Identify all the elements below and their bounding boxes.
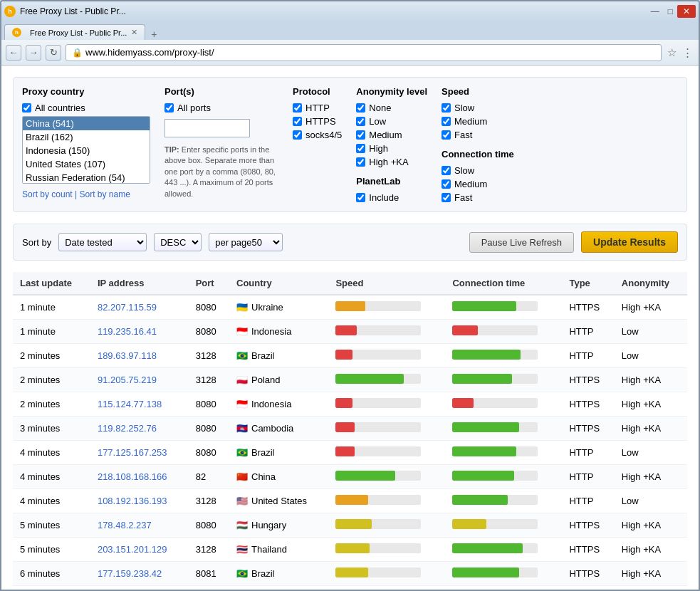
col-speed: Speed (328, 272, 445, 295)
cell-port: 8080 (189, 513, 229, 538)
cell-speed (328, 441, 445, 465)
speed-bar-container (335, 325, 421, 335)
socks-checkbox[interactable] (293, 130, 302, 140)
page-scroll-area[interactable]: Proxy country All countries China (541) … (1, 66, 699, 591)
speed-fast-checkbox[interactable] (442, 130, 451, 140)
cell-conn-time (445, 392, 562, 417)
cell-port: 8081 (189, 562, 229, 586)
conn-bar-container (452, 422, 538, 432)
cell-country: 🇹🇭Thailand (229, 538, 328, 562)
cell-last-update: 3 minutes (13, 417, 90, 441)
conn-slow: Slow (442, 165, 514, 176)
speed-bar-fill (335, 398, 352, 408)
ip-link[interactable]: 178.48.2.237 (98, 520, 152, 530)
protocol-socks: socks4/5 (293, 130, 342, 140)
conn-time-title: Connection time (442, 149, 514, 159)
conn-fast-checkbox[interactable] (442, 193, 451, 202)
ip-link[interactable]: 108.192.136.193 (98, 496, 167, 506)
maximize-btn[interactable]: □ (664, 5, 677, 18)
all-countries-checkbox[interactable] (22, 103, 31, 113)
speed-bar-fill (335, 543, 370, 553)
menu-icon[interactable]: ⋮ (681, 45, 694, 61)
pause-refresh-button[interactable]: Pause Live Refresh (469, 232, 574, 253)
new-tab-btn[interactable]: + (148, 28, 160, 40)
anon-highka-checkbox[interactable] (356, 157, 365, 167)
cell-conn-time (445, 295, 562, 320)
speed-bar-container (335, 471, 421, 481)
ip-link[interactable]: 115.124.77.138 (98, 399, 162, 409)
ip-link[interactable]: 82.207.115.59 (98, 302, 157, 313)
conn-bar-fill (452, 374, 512, 384)
col-port: Port (189, 272, 229, 295)
speed-slow-checkbox[interactable] (442, 103, 451, 113)
per-page-select[interactable]: per page10 per page20 per page50 per pag… (209, 233, 283, 251)
conn-bar-fill (452, 422, 519, 432)
http-checkbox[interactable] (293, 103, 302, 113)
refresh-button[interactable]: ↻ (46, 45, 61, 61)
toolbar-icons: ☆ ⋮ (666, 45, 694, 61)
cell-last-update: 2 minutes (13, 392, 90, 417)
speed-bar-container (335, 422, 421, 432)
anon-low-label: Low (369, 116, 386, 127)
speed-bar-container (335, 374, 421, 384)
sort-bar: Sort by Date tested IP address Port Coun… (13, 224, 687, 261)
ip-link[interactable]: 189.63.97.118 (98, 350, 157, 361)
cell-ip: 218.108.168.166 (90, 465, 189, 489)
table-row: 3 minutes 119.82.252.76 8080 🇰🇭Cambodia … (13, 417, 687, 441)
ip-link[interactable]: 119.82.252.76 (98, 423, 157, 434)
minimize-btn[interactable]: — (647, 5, 664, 18)
speed-bar-container (335, 519, 421, 529)
sort-by-name-link[interactable]: Sort by name (80, 189, 130, 199)
speed-medium-checkbox[interactable] (442, 117, 451, 126)
star-icon[interactable]: ☆ (666, 45, 678, 61)
cell-last-update: 4 minutes (13, 441, 90, 465)
close-btn[interactable]: ✕ (677, 5, 696, 18)
conn-medium-checkbox[interactable] (442, 179, 451, 189)
planetlab-checkbox[interactable] (356, 193, 365, 202)
forward-button[interactable]: → (26, 45, 41, 61)
sort-order-select[interactable]: DESC ASC (154, 233, 202, 251)
sort-by-select[interactable]: Date tested IP address Port Country Spee… (58, 233, 147, 251)
ip-link[interactable]: 177.125.167.253 (98, 447, 167, 458)
cell-speed (328, 295, 445, 320)
update-results-button[interactable]: Update Results (581, 231, 678, 253)
cell-speed (328, 344, 445, 368)
address-bar[interactable]: 🔒 www.hidemyass.com/proxy-list/ (66, 44, 662, 61)
cell-conn-time (445, 441, 562, 465)
conn-bar-container (452, 519, 538, 529)
back-button[interactable]: ← (6, 45, 21, 61)
cell-anonymity: High +KA (615, 513, 687, 538)
country-flag: 🇧🇷 (236, 568, 248, 579)
speed-title: Speed (442, 86, 514, 97)
conn-fast: Fast (442, 192, 514, 203)
speed-bar-fill (335, 568, 368, 577)
ip-link[interactable]: 91.205.75.219 (98, 375, 157, 385)
anon-high-checkbox[interactable] (356, 144, 365, 153)
cell-ip: 108.192.136.193 (90, 489, 189, 513)
anon-none-checkbox[interactable] (356, 103, 365, 113)
ip-link[interactable]: 218.108.168.166 (98, 471, 167, 482)
https-checkbox[interactable] (293, 117, 302, 126)
cell-port: 8080 (189, 417, 229, 441)
conn-slow-checkbox[interactable] (442, 166, 451, 175)
conn-bar-container (452, 543, 538, 553)
active-tab[interactable]: h Free Proxy List - Public Pr... ✕ (4, 24, 145, 40)
ip-link[interactable]: 203.151.201.129 (98, 544, 167, 555)
cell-type: HTTP (562, 344, 614, 368)
sort-by-count-link[interactable]: Sort by count (22, 189, 73, 199)
speed-bar-fill (335, 325, 357, 335)
cell-speed (328, 465, 445, 489)
col-ip: IP address (90, 272, 189, 295)
ip-link[interactable]: 177.159.238.42 (98, 568, 162, 579)
ip-link[interactable]: 119.235.16.41 (98, 326, 157, 337)
speed-bar-container (335, 301, 421, 311)
cell-conn-time (445, 344, 562, 368)
country-listbox[interactable]: China (541) Brazil (162) Indonesia (150)… (22, 116, 150, 184)
table-row: 1 minute 119.235.16.41 8080 🇮🇩Indonesia … (13, 320, 687, 344)
tab-close-icon[interactable]: ✕ (131, 28, 137, 37)
anon-low-checkbox[interactable] (356, 117, 365, 126)
anon-medium-checkbox[interactable] (356, 130, 365, 140)
all-ports-checkbox[interactable] (164, 103, 174, 113)
cell-anonymity: High +KA (615, 392, 687, 417)
port-input[interactable] (164, 119, 250, 137)
